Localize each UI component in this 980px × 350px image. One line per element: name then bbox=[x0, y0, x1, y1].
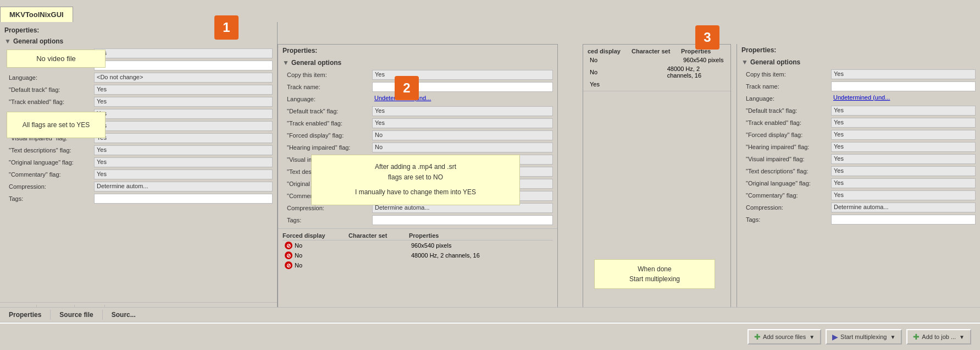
properties-label-2: Properties: bbox=[278, 45, 557, 57]
general-options-label-1: General options bbox=[13, 37, 63, 45]
start-mux-icon: ▶ bbox=[832, 332, 838, 341]
panel-3: ced display Character set Properties No … bbox=[583, 44, 731, 349]
forced-3a: No bbox=[590, 57, 634, 63]
track-table-3-header: ced display Character set Properties No … bbox=[583, 45, 730, 91]
l: Copy this item: bbox=[287, 72, 372, 78]
track-row-1: ⊘ No 960x540 pixels bbox=[283, 240, 553, 250]
form-row-original-1: "Original language" flag: Yes bbox=[0, 156, 277, 168]
add-job-button[interactable]: ✚ Add to job ... ▼ bbox=[906, 329, 971, 344]
v[interactable]: Yes bbox=[372, 118, 553, 128]
add-source-button[interactable]: ✚ Add source files ▼ bbox=[748, 329, 821, 344]
l4: Language: bbox=[746, 95, 831, 102]
l: Track name: bbox=[287, 84, 372, 90]
v4[interactable] bbox=[831, 215, 976, 225]
add-source-label: Add source files bbox=[763, 333, 806, 340]
props-3b: 48000 Hz, 2 channels, 16 bbox=[667, 65, 724, 79]
v4[interactable]: Yes bbox=[831, 130, 976, 140]
v4[interactable]: Yes bbox=[831, 178, 976, 188]
table-strip: Properties Source file Sourc... bbox=[0, 307, 980, 322]
start-mux-label: Start multiplexing bbox=[840, 333, 887, 340]
original-value-1[interactable]: Yes bbox=[94, 157, 273, 167]
start-mux-button[interactable]: ▶ Start multiplexing ▼ bbox=[826, 329, 902, 344]
th-forced-3: ced display bbox=[588, 48, 632, 54]
l4: "Text descriptions" flag: bbox=[746, 168, 831, 174]
general-options-label-2: General options bbox=[291, 59, 341, 67]
when-done-box: When done Start multiplexing bbox=[594, 259, 715, 289]
v[interactable]: No bbox=[372, 143, 553, 152]
app-window: MKVToolNixGUI 1 2 3 Properties: ▼ Genera… bbox=[0, 0, 980, 350]
text-value-1[interactable]: Yes bbox=[94, 145, 273, 155]
info-line4: I manually have to change them into YES bbox=[320, 187, 511, 198]
track-row-3a: No 960x540 pixels bbox=[588, 56, 726, 64]
l: "Hearing impaired" flag: bbox=[287, 144, 372, 151]
track-row-3b: No 48000 Hz, 2 channels, 16 bbox=[588, 64, 726, 80]
l4: "Default track" flag: bbox=[746, 107, 831, 114]
no-icon-1: ⊘ bbox=[285, 242, 292, 249]
v4[interactable]: Yes bbox=[831, 142, 976, 152]
badge-1: 1 bbox=[214, 15, 239, 40]
form-row-tags-1: Tags: bbox=[0, 193, 277, 205]
when-done-line1: When done bbox=[603, 264, 706, 274]
props-val-1: 960x540 pixels bbox=[411, 242, 451, 249]
v4[interactable]: Yes bbox=[831, 190, 976, 200]
table-prop-col: Properties bbox=[0, 310, 51, 320]
form-row-commentary-1: "Commentary" flag: Yes bbox=[0, 168, 277, 181]
no-video-button-main[interactable]: No video file bbox=[7, 50, 106, 68]
forced-val-3: No bbox=[295, 262, 302, 269]
l4: Copy this item: bbox=[746, 71, 831, 78]
v4[interactable]: Undetermined (und... bbox=[831, 94, 976, 103]
expand-arrow-4: ▼ bbox=[741, 58, 748, 66]
no-icon-2: ⊘ bbox=[285, 251, 292, 259]
v[interactable]: No bbox=[372, 130, 553, 140]
l4: "Original language" flag: bbox=[746, 180, 831, 187]
info-line2: flags are set to NO bbox=[320, 172, 511, 183]
info-box-2: After adding a .mp4 and .srt flags are s… bbox=[311, 155, 520, 205]
forced-val-1: No bbox=[295, 242, 302, 249]
l4: Track name: bbox=[746, 83, 831, 90]
add-job-label: Add to job ... bbox=[922, 333, 956, 340]
table-source-col: Source file bbox=[51, 310, 102, 320]
properties-label-4: Properties: bbox=[737, 44, 980, 56]
v4[interactable]: Yes bbox=[831, 106, 976, 116]
no-icon-3: ⊘ bbox=[285, 261, 292, 269]
form-row-text-1: "Text descriptions" flag: Yes bbox=[0, 144, 277, 156]
info-line1: After adding a .mp4 and .srt bbox=[320, 162, 511, 172]
compression-value-1[interactable]: Determine autom... bbox=[94, 182, 273, 192]
l4: "Hearing impaired" flag: bbox=[746, 144, 831, 150]
add-source-dropdown-icon[interactable]: ▼ bbox=[809, 334, 815, 340]
commentary-value-1[interactable]: Yes bbox=[94, 169, 273, 179]
add-job-dropdown-icon[interactable]: ▼ bbox=[959, 334, 965, 340]
expand-arrow-1: ▼ bbox=[4, 37, 11, 45]
v4[interactable]: Determine automa... bbox=[831, 203, 976, 212]
add-source-icon: ✚ bbox=[754, 332, 761, 341]
l: Language: bbox=[287, 96, 372, 102]
l: "Track enabled" flag: bbox=[287, 120, 372, 127]
form-row-compression-1: Compression: Determine autom... bbox=[0, 181, 277, 193]
th-charset-3: Character set bbox=[632, 48, 681, 54]
badge-3: 3 bbox=[695, 25, 719, 50]
when-done-line2: Start multiplexing bbox=[603, 274, 706, 284]
l4: Tags: bbox=[746, 216, 831, 223]
track-row-2: ⊘ No 48000 Hz, 2 channels, 16 bbox=[283, 250, 553, 260]
th-forced-2: Forced display bbox=[283, 232, 348, 239]
left-content: No video file All flags are set to YES bbox=[7, 50, 133, 138]
v[interactable] bbox=[372, 215, 553, 225]
forced-3b: No bbox=[590, 69, 626, 75]
v4[interactable]: Yes bbox=[831, 154, 976, 164]
start-mux-dropdown-icon[interactable]: ▼ bbox=[890, 334, 895, 340]
track-table-2: Forced display Character set Properties … bbox=[278, 228, 557, 272]
tags-label-1: Tags: bbox=[9, 195, 94, 202]
v4[interactable]: Yes bbox=[831, 69, 976, 79]
v4[interactable] bbox=[831, 81, 976, 91]
l4: Compression: bbox=[746, 204, 831, 211]
table-sourc-col: Sourc... bbox=[103, 310, 145, 320]
general-options-label-4: General options bbox=[750, 58, 800, 66]
v[interactable]: Yes bbox=[372, 106, 553, 116]
track-row-3: ⊘ No bbox=[283, 260, 553, 270]
tags-value-1[interactable] bbox=[94, 194, 273, 204]
badge-2: 2 bbox=[395, 76, 419, 100]
v4[interactable]: Yes bbox=[831, 118, 976, 128]
v4[interactable]: Yes bbox=[831, 166, 976, 176]
main-tab[interactable]: MKVToolNixGUI bbox=[0, 7, 73, 22]
general-options-header-2: ▼ General options bbox=[278, 57, 557, 69]
